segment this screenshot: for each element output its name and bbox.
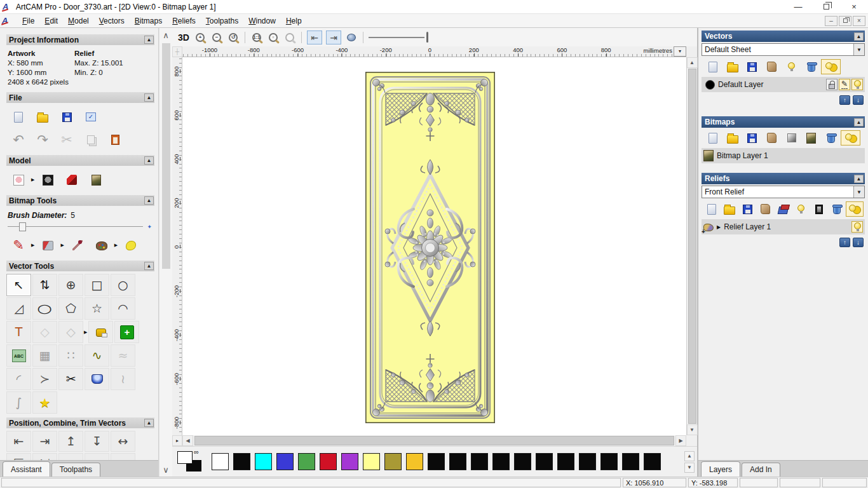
brush-slider-handle[interactable] (19, 222, 26, 231)
palette-swatch-4[interactable] (298, 453, 315, 470)
zoom-object-icon[interactable] (283, 30, 296, 44)
save-model-icon[interactable] (56, 107, 78, 126)
offset-vector-icon-flyout[interactable]: ▶ (84, 330, 87, 335)
redo-icon[interactable]: ↷ (32, 130, 53, 149)
palette-scroll-down-icon[interactable]: ▼ (684, 463, 695, 473)
greyscale-relief-icon-flyout[interactable]: ▶ (31, 177, 34, 182)
align-bottom-icon[interactable]: ↧ (85, 431, 109, 452)
new-vector-layer-icon[interactable] (703, 59, 722, 74)
palette-icon-flyout[interactable]: ▶ (114, 243, 118, 248)
scroll-left-button[interactable]: ◀ (182, 435, 193, 446)
fit-arc-icon[interactable]: ◜ (6, 368, 31, 390)
palette-swatch-16[interactable] (557, 453, 574, 470)
create-circle-icon[interactable]: ○ (111, 274, 135, 296)
drawing-canvas[interactable] (182, 57, 686, 435)
move-relief-down-button[interactable]: ↓ (853, 238, 864, 247)
palette-swatch-17[interactable] (579, 453, 596, 470)
scatter-copy-icon[interactable]: ∷ (85, 453, 109, 460)
colour-link-icon[interactable]: ∞ (194, 448, 199, 456)
menu-model[interactable]: Model (63, 15, 94, 27)
close-button[interactable]: × (840, 0, 868, 13)
zoom-1to1-icon[interactable]: 1:1 (250, 30, 263, 44)
menu-help[interactable]: Help (281, 15, 307, 27)
menu-toolpaths[interactable]: Toolpaths (201, 15, 243, 27)
chevron-down-icon[interactable]: ▼ (853, 44, 864, 55)
greyscale-icon[interactable] (782, 130, 801, 146)
zoom-in-icon[interactable]: + (194, 30, 207, 44)
select-vectors-icon[interactable]: ↖ (6, 274, 31, 296)
palette-swatch-3[interactable] (276, 453, 294, 470)
nudge-curve-icon[interactable]: ≀ (111, 368, 135, 390)
snap-layer-icon[interactable]: ✎ (839, 79, 850, 90)
palette-swatch-10[interactable] (428, 453, 445, 470)
tab-layers[interactable]: Layers (701, 461, 740, 477)
opacity-slider-handle[interactable] (426, 32, 428, 43)
menu-reliefs[interactable]: Reliefs (167, 15, 201, 27)
zoom-previous-icon[interactable]: ↺ (227, 30, 240, 44)
palette-swatch-0[interactable] (212, 453, 229, 470)
palette-swatch-2[interactable] (255, 453, 272, 470)
zoom-out-icon[interactable]: − (210, 30, 223, 44)
horizontal-scroll-thumb[interactable] (194, 436, 674, 445)
door-artwork[interactable] (365, 72, 495, 423)
assistant-scrollbar[interactable]: ∧ ∨ (159, 28, 172, 477)
offset-vector-icon[interactable]: ◇ (58, 321, 83, 343)
open-vector-layer-icon[interactable] (722, 59, 742, 74)
toggle-visibility-icon[interactable] (782, 59, 801, 74)
relief-stack-icon[interactable] (774, 201, 792, 217)
create-polygon-icon[interactable]: ⬠ (58, 297, 83, 320)
centre-in-page-icon[interactable]: ⇱ (6, 453, 31, 460)
collapse-position-button[interactable]: ▲ (144, 419, 154, 427)
palette-icon[interactable] (91, 236, 112, 255)
move-layer-up-button[interactable]: ↑ (839, 95, 850, 105)
all-layers-visibility-icon[interactable] (821, 59, 841, 74)
palette-swatch-9[interactable] (406, 453, 423, 470)
block-copy-icon[interactable]: ◇ (32, 321, 57, 343)
scroll-down-icon[interactable]: ∨ (159, 463, 172, 477)
magic-select-icon[interactable] (120, 236, 142, 255)
trim-vectors-icon[interactable]: ✂ (58, 368, 83, 390)
scroll-up-icon[interactable]: ∧ (159, 28, 172, 42)
new-bitmap-layer-icon[interactable] (703, 130, 722, 146)
vector-doctor-icon[interactable]: ★ (32, 391, 57, 414)
sheet-dropdown[interactable]: Default Sheet ▼ (702, 43, 865, 56)
paste-icon[interactable] (104, 130, 126, 149)
paint-icon[interactable]: ✎ (8, 236, 29, 255)
palette-swatch-8[interactable] (384, 453, 402, 470)
bitmap-layer-row[interactable]: Bitmap Layer 1 (702, 148, 865, 163)
spin-relief-icon[interactable] (85, 368, 109, 390)
relief-greyscale-icon[interactable] (810, 201, 828, 217)
menu-window[interactable]: Window (243, 15, 281, 27)
create-text-icon[interactable]: T (6, 321, 31, 343)
collapse-project-info-button[interactable]: ▲ (144, 36, 154, 44)
restore-button[interactable] (812, 0, 840, 13)
toggle-3d-view-button[interactable]: 3D (177, 30, 190, 44)
collapse-model-button[interactable]: ▲ (144, 156, 154, 165)
canvas-vertical-scrollbar[interactable]: ▲ ▼ (686, 57, 697, 435)
flood-fill-icon-flyout[interactable]: ▶ (60, 243, 64, 248)
primary-colour-swatch[interactable] (177, 451, 193, 464)
mdi-close-button[interactable]: × (853, 16, 865, 26)
nesting-icon[interactable]: Nes (111, 453, 135, 460)
all-reliefs-visibility-icon[interactable] (846, 201, 864, 217)
transform-vectors-icon[interactable]: ⊕ (58, 274, 83, 296)
merge-relief-layers-icon[interactable] (756, 201, 774, 217)
palette-scroll-up-icon[interactable]: ▲ (684, 451, 695, 461)
collapse-file-button[interactable]: ▲ (144, 93, 154, 102)
chevron-down-icon[interactable]: ▼ (853, 186, 864, 198)
envelope-distort-icon[interactable]: ▦ (32, 344, 57, 367)
vertical-scroll-thumb[interactable] (688, 69, 696, 424)
palette-swatch-6[interactable] (341, 453, 358, 470)
colour-picker-icon[interactable] (67, 236, 88, 255)
collapse-reliefs-button[interactable]: ▲ (854, 175, 864, 183)
paste-along-curve-icon[interactable]: ∷ (58, 344, 83, 367)
mdi-minimize-button[interactable]: – (825, 16, 837, 26)
palette-swatch-18[interactable] (600, 453, 618, 470)
create-polyline-icon[interactable]: ◿ (6, 297, 31, 320)
fit-curve-icon[interactable]: ∿ (85, 344, 109, 367)
save-vector-layer-icon[interactable] (742, 59, 762, 74)
layer-colour-swatch[interactable] (705, 80, 715, 90)
add-clipart-icon[interactable]: + (114, 321, 139, 343)
delete-vector-layer-icon[interactable] (801, 59, 821, 74)
light-material-icon[interactable] (61, 170, 83, 189)
